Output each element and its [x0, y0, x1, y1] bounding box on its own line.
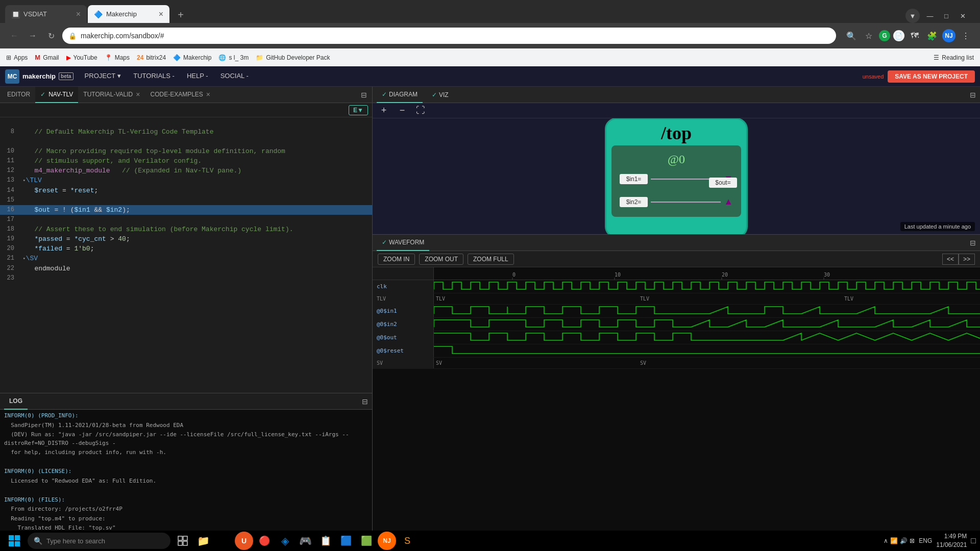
svg-rect-18: [183, 536, 187, 540]
waveform-prev-button[interactable]: <<: [942, 254, 959, 265]
code-line-19: 19 *passed = *cyc_cnt > 40;: [0, 234, 372, 244]
code-editor[interactable]: 8 // Default Makerchip TL-Verilog Code T…: [0, 117, 372, 393]
save-as-new-project-button[interactable]: SAVE AS NEW PROJECT: [888, 70, 975, 83]
forward-button[interactable]: →: [26, 29, 40, 43]
logo-icon: MC: [5, 69, 19, 84]
log-content[interactable]: INFORM(0) (PROD_INFO): SandPiper(TM) 1.1…: [0, 410, 372, 531]
close-code-examples-icon[interactable]: ×: [206, 90, 210, 98]
tab-close-vsdiat[interactable]: ×: [76, 10, 81, 18]
bookmark-gmail[interactable]: M Gmail: [35, 54, 59, 61]
diagram-layout-button[interactable]: ⊟: [970, 91, 976, 99]
tab-viz[interactable]: ✓ VIZ: [427, 87, 454, 103]
bookmark-bitrix24[interactable]: 24 bitrix24: [137, 54, 166, 61]
logo-text: makerchip: [22, 72, 56, 80]
taskbar-icon-vscode[interactable]: ◈: [276, 532, 294, 550]
wf-data-sv: SV SV: [434, 358, 980, 368]
tab-makerchip[interactable]: 🔷 Makerchip ×: [88, 5, 169, 23]
browser-chrome: 🔲 VSDIAT × 🔷 Makerchip × + ▼ — □ ✕ ← → ↻…: [0, 0, 980, 66]
taskbar-icon-app1[interactable]: 🔴: [255, 532, 274, 550]
taskbar-search-bar[interactable]: 🔍 Type here to search: [28, 533, 170, 549]
taskbar-icon-ubuntu[interactable]: U: [235, 532, 253, 550]
refresh-button[interactable]: ↻: [44, 29, 58, 43]
waveform-nav: << >>: [942, 254, 975, 265]
profile-dropdown[interactable]: ▼: [905, 9, 920, 23]
nav-social[interactable]: SOCIAL -: [214, 66, 255, 87]
bookmark-star-icon[interactable]: ☆: [862, 29, 876, 43]
close-browser-btn[interactable]: ✕: [957, 10, 969, 22]
minimize-btn[interactable]: —: [924, 10, 936, 22]
zoom-out-button[interactable]: ZOOM OUT: [419, 254, 463, 265]
bookmark-youtube[interactable]: ▶ YouTube: [66, 54, 97, 61]
waveform-layout-button[interactable]: ⊟: [970, 239, 976, 247]
close-tutorial-valid-icon[interactable]: ×: [136, 90, 140, 98]
taskbar-icon-sublime[interactable]: S: [398, 532, 416, 550]
svg-rect-16: [15, 541, 20, 546]
globe-icon: 🌐: [218, 54, 226, 61]
signal-in2-box: $in2=: [620, 197, 648, 207]
tab-tutorial-valid[interactable]: TUTORIAL-VALID ×: [78, 87, 145, 103]
account-icon[interactable]: NJ: [942, 29, 955, 42]
grammarly-icon[interactable]: G: [879, 30, 890, 41]
taskbar-icon-teams[interactable]: 🟦: [337, 532, 355, 550]
bookmark-github[interactable]: 📁 GitHub Developer Pack: [256, 54, 330, 61]
taskbar-icon-explorer[interactable]: 📁: [194, 532, 212, 550]
app-logo[interactable]: MC makerchip beta: [5, 69, 74, 84]
caret-up-icon[interactable]: ∧: [884, 537, 888, 544]
taskbar-icon-greenapp[interactable]: 🟩: [357, 532, 376, 550]
taskbar-time[interactable]: 1:49 PM 11/06/2021: [936, 532, 967, 549]
bookmark-maps[interactable]: 📍 Maps: [105, 54, 130, 61]
bookmark-sl3m[interactable]: 🌐 s l_ 3m: [218, 54, 249, 61]
svg-rect-17: [178, 536, 182, 540]
fit-diagram-button[interactable]: ⛶: [414, 105, 427, 117]
network-icon[interactable]: 📶: [890, 537, 898, 544]
notification-icon[interactable]: □: [971, 536, 976, 545]
zoom-in-diagram-button[interactable]: +: [378, 105, 390, 117]
tab-nav-tlv[interactable]: ✓ NAV-TLV: [35, 87, 78, 103]
nav-project[interactable]: PROJECT ▾: [79, 66, 128, 87]
log-line-license: INFORM(0) (LICENSE):: [4, 467, 368, 476]
new-tab-button[interactable]: +: [173, 7, 189, 23]
wf-row-sv-section: SV SV SV: [373, 358, 980, 369]
address-bar[interactable]: 🔒 makerchip.com/sandbox/#: [62, 28, 836, 44]
volume-icon[interactable]: 🔊: [900, 537, 908, 544]
bookmark-apps[interactable]: ⊞ Apps: [6, 54, 28, 61]
tab-close-makerchip[interactable]: ×: [159, 10, 163, 18]
taskbar-icon-discord[interactable]: 🎮: [296, 532, 314, 550]
nav-help[interactable]: HELP -: [181, 66, 214, 87]
start-button[interactable]: [4, 532, 24, 550]
menu-icon[interactable]: ⋮: [959, 29, 973, 43]
log-layout-button[interactable]: ⊟: [362, 397, 368, 406]
tab-favicon-vsdiat: 🔲: [11, 10, 19, 18]
tab-code-examples[interactable]: CODE-EXAMPLES ×: [145, 87, 215, 103]
waveform-next-button[interactable]: >>: [959, 254, 975, 265]
editor-layout-button[interactable]: ⊟: [358, 90, 370, 100]
tab-diagram[interactable]: ✓ DIAGRAM: [377, 87, 423, 103]
wifi-icon[interactable]: ⊠: [910, 537, 915, 544]
search-icon[interactable]: 🔍: [844, 29, 859, 43]
tab-waveform[interactable]: ✓ WAVEFORM: [377, 235, 429, 251]
svg-text:30: 30: [824, 272, 830, 278]
wf-row-tlv-section: TLV TLV TLV TLV: [373, 293, 980, 305]
svg-rect-19: [178, 541, 182, 545]
bookmark-makerchip[interactable]: 🔷 Makerchip: [173, 54, 211, 61]
nav-tutorials[interactable]: TUTORIALS -: [127, 66, 181, 87]
reading-list-button[interactable]: ☰ Reading list: [934, 54, 974, 61]
taskbar-icon-clipboard[interactable]: 📋: [316, 532, 335, 550]
map-icon[interactable]: 🗺: [908, 29, 922, 43]
zoom-in-button[interactable]: ZOOM IN: [378, 254, 415, 265]
svg-text:SV: SV: [640, 360, 646, 366]
taskbar-icon-taskview[interactable]: [174, 532, 192, 550]
profile-icon[interactable]: 📄: [893, 30, 904, 41]
extensions-icon[interactable]: 🧩: [925, 29, 939, 43]
log-tab[interactable]: LOG: [4, 393, 28, 410]
back-button[interactable]: ←: [7, 29, 21, 43]
maximize-btn[interactable]: □: [940, 10, 952, 22]
tab-editor[interactable]: EDITOR: [2, 87, 35, 103]
tab-vsdiat[interactable]: 🔲 VSDIAT ×: [5, 5, 87, 23]
editor-tabs: EDITOR ✓ NAV-TLV TUTORIAL-VALID × CODE-E…: [0, 87, 372, 103]
taskbar-icon-browser[interactable]: 🛡: [214, 532, 233, 550]
zoom-out-diagram-button[interactable]: −: [396, 105, 408, 117]
editor-run-button[interactable]: E▼: [349, 105, 368, 115]
zoom-full-button[interactable]: ZOOM FULL: [468, 254, 514, 265]
taskbar-icon-nj[interactable]: NJ: [378, 532, 396, 550]
